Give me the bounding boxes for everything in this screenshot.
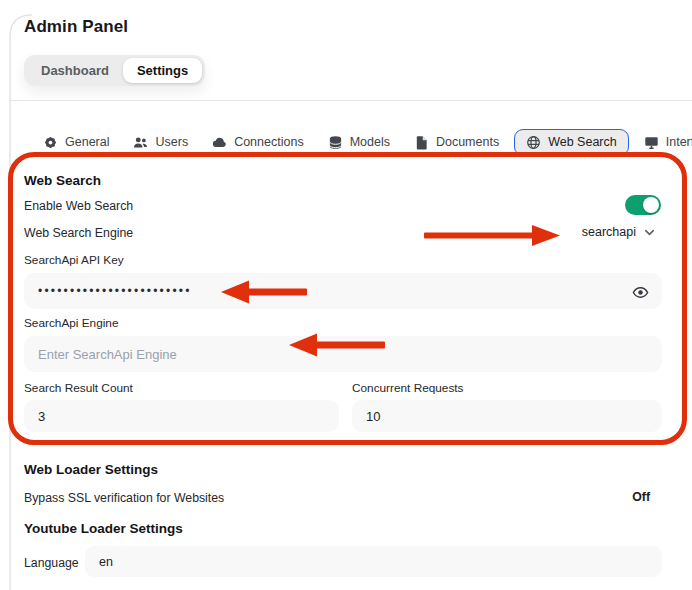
tab-label: Documents <box>436 135 499 149</box>
concurrent-requests-input[interactable] <box>352 400 662 432</box>
settings-tabbar: General Users Connections Models Documen… <box>34 126 692 158</box>
searchapi-engine-label: SearchApi Engine <box>24 316 118 330</box>
users-icon <box>133 135 148 150</box>
enable-web-search-label: Enable Web Search <box>24 199 133 213</box>
bypass-ssl-label: Bypass SSL verification for Websites <box>24 491 224 505</box>
database-stack-icon <box>328 135 343 150</box>
searchapi-engine-input[interactable] <box>24 336 662 372</box>
tab-label: Web Search <box>548 135 617 149</box>
monitor-icon <box>644 135 659 150</box>
web-loader-section-title: Web Loader Settings <box>24 462 158 477</box>
concurrent-requests-label: Concurrent Requests <box>352 381 463 395</box>
tab-label: Interface <box>666 135 692 149</box>
show-api-key-button[interactable] <box>632 283 650 301</box>
admin-panel-settings-page: { "header": { "title": "Admin Panel" }, … <box>0 0 692 590</box>
bypass-ssl-toggle-button[interactable]: Off <box>632 490 650 504</box>
web-search-engine-label: Web Search Engine <box>24 226 133 240</box>
language-input[interactable] <box>85 546 662 577</box>
enable-web-search-toggle[interactable] <box>625 195 661 215</box>
tab-label: Models <box>350 135 390 149</box>
tab-models[interactable]: Models <box>319 129 399 156</box>
language-label: Language <box>24 556 79 570</box>
tab-users[interactable]: Users <box>124 129 197 156</box>
eye-icon <box>632 284 650 301</box>
tab-web-search[interactable]: Web Search <box>514 129 629 156</box>
document-icon <box>414 135 429 150</box>
settings-tab[interactable]: Settings <box>123 58 202 83</box>
tab-label: General <box>65 135 109 149</box>
tab-connections[interactable]: Connections <box>203 129 313 156</box>
web-search-engine-value: searchapi <box>582 225 636 239</box>
view-switcher: Dashboard Settings <box>24 55 205 86</box>
cloud-icon <box>212 135 227 150</box>
web-search-section-title: Web Search <box>24 173 101 188</box>
search-result-count-label: Search Result Count <box>24 381 133 395</box>
gear-icon <box>43 135 58 150</box>
toggle-knob <box>643 197 659 213</box>
tab-label: Users <box>155 135 188 149</box>
header-divider <box>10 100 692 101</box>
tab-label: Connections <box>234 135 304 149</box>
search-result-count-input[interactable] <box>24 400 339 432</box>
searchapi-api-key-input[interactable] <box>24 273 662 309</box>
page-title: Admin Panel <box>24 17 128 37</box>
chevron-down-icon <box>643 226 656 239</box>
annotation-arrow-right <box>424 225 560 246</box>
dashboard-tab[interactable]: Dashboard <box>27 58 123 83</box>
youtube-loader-section-title: Youtube Loader Settings <box>24 521 183 536</box>
globe-icon <box>526 135 541 150</box>
tab-documents[interactable]: Documents <box>405 129 508 156</box>
tab-interface[interactable]: Interface <box>635 129 692 156</box>
tab-general[interactable]: General <box>34 129 118 156</box>
web-search-engine-select[interactable]: searchapi <box>582 225 656 239</box>
searchapi-api-key-label: SearchApi API Key <box>24 253 124 267</box>
